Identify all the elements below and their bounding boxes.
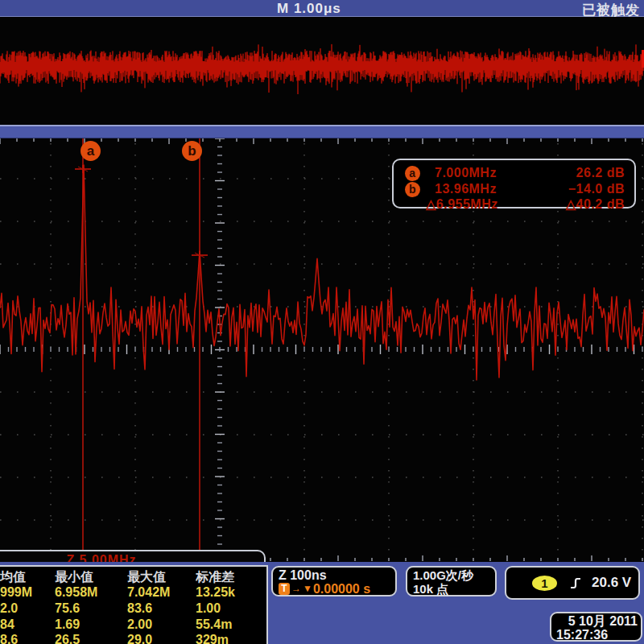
- timebase-readout[interactable]: M 1.00μs: [277, 1, 341, 17]
- trigger-t-icon: T: [279, 583, 290, 595]
- cursor-delta-frequency: △6.955MHz: [426, 196, 536, 212]
- sample-rate-label: 1.00G次/秒: [413, 568, 495, 582]
- cell-mean-0: 999M: [0, 585, 55, 601]
- cell-std-2: 55.4m: [196, 617, 268, 634]
- cursor-a-icon: a: [405, 166, 420, 181]
- cell-mean-1: 2.0: [0, 601, 55, 617]
- cell-std-0: 13.25k: [196, 585, 268, 601]
- col-header-max: 最大值: [127, 569, 196, 585]
- trigger-level-value: 20.6 V: [592, 575, 631, 591]
- measurement-table-header: 均值 最小值 最大值 标准差: [0, 569, 266, 585]
- table-row: 84 1.69 2.00 55.4m: [0, 617, 266, 634]
- col-header-min: 最小值: [55, 569, 127, 585]
- horizontal-position-row: T → ▼ 0.00000 s: [279, 582, 395, 596]
- oscilloscope-screen: M 1.00μs 已被触发 a b a 7.000MHz 26.2 dB b 1…: [0, 0, 644, 644]
- table-row: 8.6 26.5 29.0 329m: [0, 633, 266, 644]
- table-row: 999M 6.958M 7.042M 13.25k: [0, 585, 266, 601]
- arrow-right-icon: →: [291, 582, 301, 596]
- triangle-down-icon: ▼: [303, 582, 312, 596]
- table-row: 2.0 75.6 83.6 1.00: [0, 601, 266, 617]
- rising-edge-icon: [570, 576, 582, 590]
- cell-max-0: 7.042M: [127, 585, 196, 601]
- measurement-table[interactable]: 均值 最小值 最大值 标准差 999M 6.958M 7.042M 13.25k…: [0, 565, 268, 644]
- col-header-mean: 均值: [0, 569, 55, 585]
- cell-max-3: 29.0: [127, 633, 196, 644]
- cursor-b-frequency: 13.96MHz: [435, 182, 536, 196]
- record-length-label: 10k 点: [413, 582, 495, 596]
- time-domain-trace: [0, 18, 644, 125]
- cursor-delta-readout-row: △6.955MHz △40.2 dB: [405, 196, 625, 212]
- time-domain-window: [0, 18, 644, 125]
- cell-max-1: 83.6: [127, 601, 196, 617]
- top-status-bar: M 1.00μs 已被触发: [0, 0, 644, 17]
- cell-std-3: 329m: [196, 633, 268, 644]
- cell-mean-2: 84: [0, 617, 55, 634]
- cell-std-1: 1.00: [196, 601, 268, 617]
- cell-max-2: 2.00: [127, 617, 196, 634]
- cursor-b-level: −14.0 dB: [536, 182, 625, 196]
- window-divider[interactable]: [0, 125, 644, 138]
- horizontal-readout-box[interactable]: Z 100ns T → ▼ 0.00000 s: [271, 566, 397, 597]
- time-label: 15:27:36: [556, 628, 638, 642]
- horizontal-zoom-scale: Z 100ns: [279, 568, 395, 582]
- cursor-a-level: 26.2 dB: [536, 166, 625, 180]
- cell-min-3: 26.5: [55, 633, 127, 644]
- datetime-box: 5 10月 2011 15:27:36: [550, 612, 642, 642]
- horizontal-position-value: 0.00000 s: [313, 582, 370, 596]
- cursor-b-readout-row: b 13.96MHz −14.0 dB: [405, 181, 625, 197]
- trigger-source-badge: 1: [532, 576, 557, 591]
- trigger-status-label: 已被触发: [582, 1, 640, 19]
- trigger-readout-box[interactable]: 1 20.6 V: [505, 566, 640, 600]
- bottom-status-bar: 均值 最小值 最大值 标准差 999M 6.958M 7.042M 13.25k…: [0, 562, 644, 644]
- acquisition-readout-box[interactable]: 1.00G次/秒 10k 点: [406, 566, 497, 597]
- fft-window: a b a 7.000MHz 26.2 dB b 13.96MHz −14.0 …: [0, 138, 644, 561]
- cursor-a-readout-row: a 7.000MHz 26.2 dB: [405, 165, 625, 181]
- date-label: 5 10月 2011: [556, 614, 638, 628]
- cell-min-2: 1.69: [55, 617, 127, 634]
- cursor-readout-box[interactable]: a 7.000MHz 26.2 dB b 13.96MHz −14.0 dB △…: [392, 159, 636, 208]
- cursor-delta-level: △40.2 dB: [536, 196, 625, 212]
- cell-min-0: 6.958M: [55, 585, 127, 601]
- cursor-a-badge[interactable]: a: [80, 141, 101, 161]
- cursor-b-icon: b: [405, 182, 420, 197]
- cursor-a-frequency: 7.000MHz: [435, 166, 536, 180]
- cursor-b-badge[interactable]: b: [182, 141, 202, 161]
- cell-mean-3: 8.6: [0, 633, 55, 644]
- cell-min-1: 75.6: [55, 601, 127, 617]
- col-header-stddev: 标准差: [196, 569, 268, 585]
